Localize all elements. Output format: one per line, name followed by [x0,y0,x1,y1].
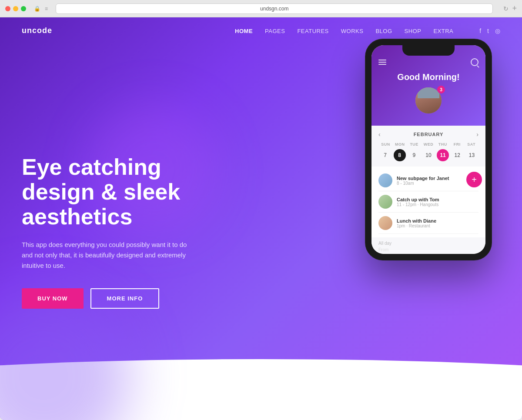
phone-device: Good Morning! 3 ‹ [365,39,492,260]
nav-item-home[interactable]: HOME [235,27,253,35]
event-info-2: Catch up with Tom 11 - 12pm · Hangouts [397,197,478,207]
phone-events: New subpage for Janet 8 - 10am + Catch u… [371,167,485,237]
app-header: Good Morning! 3 [371,45,485,126]
nav-item-extra[interactable]: EXTRA [433,27,453,35]
date-9[interactable]: 9 [408,149,420,161]
window-controls [5,6,26,11]
prev-month-button[interactable]: ‹ [378,131,381,138]
refresh-icon[interactable]: ↻ [503,5,509,12]
next-month-button[interactable]: › [476,131,478,138]
nav-link-works[interactable]: WORKS [341,28,364,34]
nav-item-features[interactable]: FEATURES [297,27,328,35]
event-title-2: Catch up with Tom [397,197,478,202]
day-wed: WED [422,142,436,147]
minimize-button[interactable] [13,6,18,11]
phone-mockup: Good Morning! 3 ‹ [365,39,496,260]
nav-link-shop[interactable]: SHOP [405,28,422,34]
event-item-3: Lunch with Diane 1pm · Restaurant [378,213,478,234]
instagram-link[interactable]: ◎ [495,27,500,34]
event-avatar-1 [378,173,392,187]
nav-item-shop[interactable]: SHOP [405,27,422,35]
event-time-2: 11 - 12pm · Hangouts [397,202,478,207]
social-links: f t ◎ [479,27,500,34]
from-label: From [378,247,478,252]
hero-section: uncode HOME PAGES FEATURES WORKS BLOG SH… [0,17,522,420]
date-12[interactable]: 12 [451,149,463,161]
site-logo[interactable]: uncode [22,26,52,35]
hamburger-icon [378,60,386,65]
search-icon [471,58,478,66]
phone-notch [402,45,455,56]
hero-subtitle: This app does everything you could possi… [22,240,187,271]
nav-item-works[interactable]: WORKS [341,27,364,35]
nav-item-blog[interactable]: BLOG [375,27,392,35]
phone-calendar: ‹ FEBRUARY › SUN MON TUE WED THU FRI [371,126,485,167]
calendar-dates: 7 8 9 10 11 12 13 [378,149,478,161]
browser-navigation: 🔒 ≡ [34,6,48,12]
calendar-month-header: ‹ FEBRUARY › [378,131,478,138]
app-greeting: Good Morning! [378,72,478,82]
hero-title: Eye catching design & sleek aesthetics [22,155,239,230]
phone-screen: Good Morning! 3 ‹ [371,45,485,254]
calendar-days-header: SUN MON TUE WED THU FRI SAT [378,142,478,147]
nav-link-extra[interactable]: EXTRA [433,28,453,34]
url-bar[interactable]: undsgn.com [56,3,493,14]
date-11[interactable]: 11 [437,149,449,161]
twitter-link[interactable]: t [487,27,489,34]
event-item-2: Catch up with Tom 11 - 12pm · Hangouts [378,191,478,213]
hero-buttons: BUY NOW MORE INFO [22,288,239,309]
browser-window: 🔒 ≡ undsgn.com ↻ + uncode HOME PAGES FEA… [0,0,522,420]
more-info-button[interactable]: MORE INFO [90,288,160,309]
day-mon: MON [393,142,407,147]
date-7[interactable]: 7 [379,149,392,161]
day-fri: FRI [450,142,464,147]
notification-badge: 3 [437,86,445,93]
event-title-3: Lunch with Diane [397,218,478,223]
maximize-button[interactable] [21,6,26,11]
nav-link-blog[interactable]: BLOG [375,28,392,34]
all-day-label: All day [378,241,478,246]
day-sun: SUN [378,142,393,147]
date-13[interactable]: 13 [465,149,478,161]
date-8[interactable]: 8 [394,149,406,161]
navbar: uncode HOME PAGES FEATURES WORKS BLOG SH… [0,17,522,44]
avatar-wrapper: 3 [378,87,478,113]
nav-link-pages[interactable]: PAGES [265,28,285,34]
calendar-month-label: FEBRUARY [414,132,444,137]
buy-now-button[interactable]: BUY NOW [22,288,84,309]
app-topbar [378,58,478,66]
date-10[interactable]: 10 [422,149,435,161]
shield-icon: 🔒 [34,6,40,12]
facebook-link[interactable]: f [479,27,481,34]
nav-link-features[interactable]: FEATURES [297,28,328,34]
url-text: undsgn.com [260,6,288,12]
event-avatar-3 [378,216,392,230]
add-event-button[interactable]: + [466,172,482,187]
event-item-1: New subpage for Janet 8 - 10am + [378,170,478,191]
event-info-3: Lunch with Diane 1pm · Restaurant [397,218,478,228]
hero-content: Eye catching design & sleek aesthetics T… [22,129,239,309]
day-tue: TUE [407,142,422,147]
event-avatar-2 [378,195,392,209]
all-day-section: All day From [371,237,485,254]
new-tab-button[interactable]: + [512,4,517,13]
avatar-hat [418,87,439,98]
list-icon: ≡ [45,6,48,12]
website-content: uncode HOME PAGES FEATURES WORKS BLOG SH… [0,17,522,420]
browser-titlebar: 🔒 ≡ undsgn.com ↻ + [0,0,522,17]
day-thu: THU [435,142,450,147]
nav-item-pages[interactable]: PAGES [265,27,285,35]
day-sat: SAT [464,142,478,147]
event-time-3: 1pm · Restaurant [397,223,478,228]
nav-link-home[interactable]: HOME [235,28,253,34]
nav-links: HOME PAGES FEATURES WORKS BLOG SHOP EXTR… [235,27,453,35]
close-button[interactable] [5,6,10,11]
background-orb-1 [0,290,130,420]
